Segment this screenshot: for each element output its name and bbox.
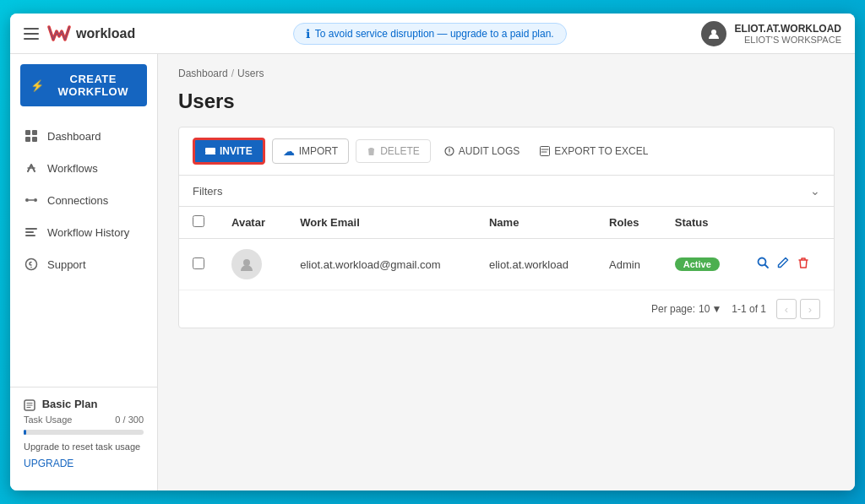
next-page-button[interactable]: ›: [800, 299, 820, 319]
svg-rect-4: [32, 137, 37, 142]
audit-logs-button[interactable]: AUDIT LOGS: [438, 140, 526, 162]
prev-page-button[interactable]: ‹: [776, 299, 797, 319]
sidebar-item-workflows[interactable]: Workflows: [10, 152, 157, 184]
upgrade-link[interactable]: UPGRADE: [24, 458, 73, 469]
user-info: ELIOT.AT.WORKLOAD ELIOT'S WORKSPACE: [735, 23, 841, 45]
sidebar: ⚡ CREATE WORKFLOW Dashboard Workflows: [10, 54, 158, 490]
delete-icon: [367, 146, 376, 157]
export-icon: [540, 146, 550, 156]
workflow-history-icon: [24, 225, 39, 240]
page-nav: ‹ ›: [776, 299, 820, 319]
invite-label: INVITE: [220, 145, 253, 157]
user-name: eliot.at.workload: [489, 258, 569, 271]
invite-icon: [205, 146, 215, 156]
progress-bar: [24, 430, 144, 435]
table-row: eliot.at.workload@gmail.com eliot.at.wor…: [179, 239, 834, 290]
export-button[interactable]: EXPORT TO EXCEL: [533, 140, 655, 162]
hamburger-menu-icon[interactable]: [24, 28, 39, 40]
users-table: Avatar Work Email Name Roles Status: [179, 207, 834, 290]
username: ELIOT.AT.WORKLOAD: [735, 23, 841, 35]
table-header-name: Name: [476, 207, 596, 239]
sidebar-item-connections[interactable]: Connections: [10, 184, 157, 216]
task-usage-label: Task Usage 0 / 300: [24, 415, 144, 425]
chevron-down-icon[interactable]: ⌄: [810, 184, 820, 198]
workspace: ELIOT'S WORKSPACE: [735, 35, 841, 45]
per-page-selector[interactable]: 10 ▼: [699, 303, 721, 315]
row-actions: [756, 256, 820, 273]
task-usage-count: 0 / 300: [115, 415, 144, 425]
row-checkbox[interactable]: [193, 257, 204, 269]
content-area: Dashboard / Users Users INVITE ☁ IMPORT: [158, 54, 855, 490]
pagination: Per page: 10 ▼ 1-1 of 1 ‹ ›: [179, 290, 834, 328]
row-checkbox-cell: [179, 239, 218, 290]
svg-line-22: [764, 265, 768, 268]
create-workflow-label: CREATE WORKFLOW: [50, 73, 138, 98]
topbar-left: workload: [24, 24, 159, 43]
bolt-icon: ⚡: [30, 79, 45, 92]
row-actions-cell: [743, 239, 834, 290]
topbar-center: ℹ To avoid service disruption — upgrade …: [169, 23, 691, 45]
table-header-status: Status: [661, 207, 743, 239]
table-header-actions: [743, 207, 834, 239]
import-label: IMPORT: [299, 145, 338, 157]
svg-rect-2: [32, 130, 37, 135]
support-icon: [24, 257, 39, 272]
plan-title: Basic Plan: [24, 398, 144, 411]
row-role-cell: Admin: [596, 239, 661, 290]
dashboard-label: Dashboard: [47, 130, 101, 143]
edit-user-icon[interactable]: [776, 256, 790, 273]
svg-rect-10: [25, 235, 35, 236]
logo-w-icon: [47, 24, 71, 43]
per-page-chevron-icon: ▼: [711, 303, 721, 315]
svg-rect-1: [25, 130, 30, 135]
breadcrumb-users: Users: [237, 68, 264, 79]
delete-user-icon[interactable]: [797, 256, 810, 273]
status-badge: Active: [675, 257, 720, 271]
upgrade-text: To avoid service disruption — upgrade to…: [315, 28, 554, 40]
svg-point-11: [26, 259, 37, 270]
svg-rect-3: [25, 137, 30, 142]
create-workflow-button[interactable]: ⚡ CREATE WORKFLOW: [20, 64, 147, 106]
per-page-label: Per page:: [651, 303, 695, 315]
table-card: INVITE ☁ IMPORT DELETE AUDIT LOGS: [178, 127, 835, 328]
upgrade-banner[interactable]: ℹ To avoid service disruption — upgrade …: [293, 23, 567, 45]
row-name-cell: eliot.at.workload: [476, 239, 596, 290]
svg-rect-8: [25, 228, 37, 230]
search-user-icon[interactable]: [756, 256, 770, 273]
audit-icon: [444, 146, 454, 156]
connections-label: Connections: [47, 194, 108, 207]
breadcrumb-dashboard[interactable]: Dashboard: [178, 68, 228, 79]
svg-rect-14: [205, 153, 215, 154]
sidebar-item-dashboard[interactable]: Dashboard: [10, 120, 157, 152]
select-all-checkbox[interactable]: [193, 215, 204, 227]
dashboard-icon: [24, 128, 39, 144]
upgrade-note: Upgrade to reset task usage: [24, 442, 144, 452]
row-email-cell: eliot.at.workload@gmail.com: [286, 239, 476, 290]
main-layout: ⚡ CREATE WORKFLOW Dashboard Workflows: [10, 54, 855, 490]
row-status-cell: Active: [661, 239, 743, 290]
filters-label: Filters: [193, 185, 222, 198]
sidebar-item-support[interactable]: Support: [10, 248, 157, 280]
sidebar-item-workflow-history[interactable]: Workflow History: [10, 216, 157, 248]
page-range: 1-1 of 1: [732, 303, 766, 315]
logo: workload: [47, 24, 135, 43]
row-avatar-cell: [218, 239, 286, 290]
delete-button[interactable]: DELETE: [356, 139, 431, 163]
sidebar-bottom: Basic Plan Task Usage 0 / 300 Upgrade to…: [10, 387, 157, 480]
svg-point-6: [34, 198, 37, 202]
per-page: Per page: 10 ▼: [651, 303, 721, 315]
per-page-value: 10: [699, 303, 710, 315]
filters-row: Filters ⌄: [179, 176, 834, 207]
topbar-right: ELIOT.AT.WORKLOAD ELIOT'S WORKSPACE: [701, 21, 841, 46]
workflow-history-label: Workflow History: [47, 226, 129, 239]
invite-button[interactable]: INVITE: [193, 138, 265, 165]
user-email: eliot.at.workload@gmail.com: [300, 258, 440, 271]
user-avatar-icon: [701, 21, 726, 46]
svg-point-18: [449, 152, 449, 153]
svg-point-5: [25, 198, 29, 202]
table-header-roles: Roles: [596, 207, 661, 239]
workflows-label: Workflows: [47, 162, 98, 175]
export-label: EXPORT TO EXCEL: [554, 145, 648, 157]
progress-bar-fill: [24, 430, 26, 435]
import-button[interactable]: ☁ IMPORT: [272, 138, 349, 164]
